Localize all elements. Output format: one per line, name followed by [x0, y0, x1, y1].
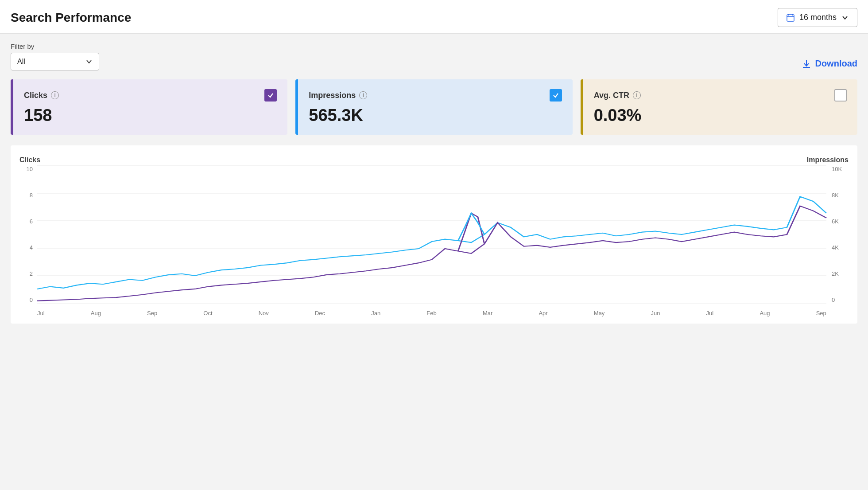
calendar-icon	[786, 13, 795, 22]
x-label-dec: Dec	[315, 310, 325, 316]
x-label-aug1: Aug	[91, 310, 101, 316]
download-button[interactable]: Download	[802, 57, 857, 70]
clicks-label: Clicks i	[24, 91, 59, 100]
x-label-jul2: Jul	[706, 310, 714, 316]
impressions-value: 565.3K	[309, 106, 562, 125]
chevron-down-icon	[841, 14, 849, 22]
ctr-checkbox[interactable]	[834, 89, 847, 102]
chart-right-label: Impressions	[807, 156, 849, 164]
y-axis-right: 10K 8K 6K 4K 2K 0	[829, 166, 849, 303]
chart-area: Clicks Impressions 10 8 6 4 2 0 10K 8K 6…	[11, 145, 857, 324]
filter-chevron-icon	[85, 58, 93, 65]
filter-selected-value: All	[17, 58, 25, 66]
x-label-aug2: Aug	[760, 310, 770, 316]
filter-label: Filter by	[11, 43, 99, 50]
clicks-info-icon[interactable]: i	[51, 91, 59, 99]
x-label-jul1: Jul	[37, 310, 45, 316]
x-axis: Jul Aug Sep Oct Nov Dec Jan Feb Mar Apr …	[37, 304, 826, 316]
date-filter-button[interactable]: 16 months	[778, 8, 857, 27]
x-label-sep1: Sep	[147, 310, 157, 316]
x-label-may: May	[594, 310, 605, 316]
x-label-nov: Nov	[259, 310, 269, 316]
x-label-oct: Oct	[203, 310, 212, 316]
chart-wrapper: 10 8 6 4 2 0 10K 8K 6K 4K 2K 0	[19, 166, 849, 316]
date-filter-label: 16 months	[799, 13, 837, 22]
ctr-card: Avg. CTR i 0.03%	[581, 79, 857, 135]
download-icon	[802, 59, 811, 69]
impressions-info-icon[interactable]: i	[359, 91, 367, 99]
x-label-jun: Jun	[651, 310, 660, 316]
chart-svg	[37, 166, 826, 303]
x-label-mar: Mar	[483, 310, 492, 316]
x-label-apr: Apr	[539, 310, 547, 316]
x-label-feb: Feb	[426, 310, 436, 316]
svg-rect-0	[787, 15, 794, 21]
ctr-label: Avg. CTR i	[594, 91, 641, 100]
filter-select[interactable]: All	[11, 53, 99, 70]
page-title: Search Performance	[11, 11, 131, 25]
x-label-sep2: Sep	[816, 310, 826, 316]
download-label: Download	[815, 59, 857, 69]
impressions-checkbox[interactable]	[550, 89, 562, 102]
clicks-value: 158	[24, 106, 277, 125]
metrics-row: Clicks i 158 Impressions i	[11, 79, 857, 135]
clicks-checkbox[interactable]	[264, 89, 277, 102]
impressions-label: Impressions i	[309, 91, 367, 100]
impressions-card: Impressions i 565.3K	[295, 79, 572, 135]
ctr-value: 0.03%	[594, 106, 847, 125]
ctr-info-icon[interactable]: i	[633, 91, 641, 99]
chart-inner	[37, 166, 826, 303]
x-label-jan: Jan	[371, 310, 380, 316]
chart-left-label: Clicks	[19, 156, 40, 164]
clicks-card: Clicks i 158	[11, 79, 287, 135]
y-axis-left: 10 8 6 4 2 0	[19, 166, 35, 303]
